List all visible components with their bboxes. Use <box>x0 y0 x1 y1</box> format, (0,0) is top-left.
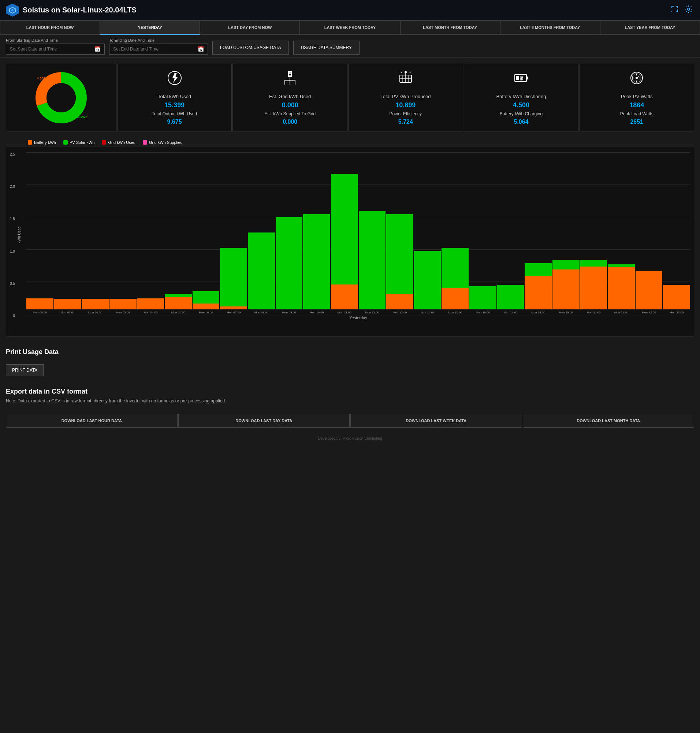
dl-last-month-btn[interactable]: DOWNLOAD LAST MONTH DATA <box>523 414 694 428</box>
end-date-group: To Ending Date And Time 📅 <box>109 38 208 54</box>
bar-stack <box>303 214 330 309</box>
bar-segment-battery <box>441 288 469 309</box>
end-date-wrap: 📅 <box>109 44 208 54</box>
bar-x-label: Mon-10:00 <box>310 311 324 314</box>
svg-line-21 <box>400 72 401 73</box>
start-date-label: From Starting Date And Time <box>6 38 105 43</box>
bar-x-label: Mon-16:00 <box>476 311 490 314</box>
start-date-group: From Starting Date And Time 📅 <box>6 38 105 54</box>
stat-label-grid-kwh: Est. Grid kWh Used <box>269 94 311 99</box>
bar-stack <box>248 233 275 309</box>
chart-x-title: Yesterday <box>26 316 690 320</box>
bar-group: Mon-03:00 <box>109 152 137 314</box>
y-label-0_5: 0.5 <box>10 281 15 286</box>
bar-segment-pv <box>331 174 358 284</box>
tab-last-hour[interactable]: LAST HOUR FROM NOW <box>0 21 100 35</box>
bar-group: Mon-09:00 <box>276 152 303 314</box>
footer-text: Developed by: Micro Fusion Computing <box>318 436 382 440</box>
bar-stack <box>26 299 53 309</box>
bar-segment-pv <box>414 251 441 309</box>
donut-orange-label: 4.500 kWh <box>37 77 53 80</box>
bar-group: Mon-21:00 <box>608 152 635 314</box>
stat-label-peak-load: Peak Load Watts <box>620 111 653 116</box>
bar-segment-battery <box>580 266 607 309</box>
bar-group: Mon-23:00 <box>663 152 690 314</box>
tab-last-year[interactable]: LAST YEAR FROM TODAY <box>600 21 700 35</box>
legend-grid-used-label: Grid kWh Used <box>108 140 135 145</box>
tab-last-day[interactable]: LAST DAY FROM NOW <box>200 21 300 35</box>
bar-segment-battery <box>54 299 81 309</box>
usage-summary-btn[interactable]: USAGE DATA SUMMERY <box>293 41 360 54</box>
legend-grid-supplied: Grid kWh Supplied <box>143 140 183 145</box>
stat-label-pv-produced: Total PV kWh Produced <box>380 94 431 99</box>
y-label-1_0: 1.0 <box>10 249 15 253</box>
svg-rect-25 <box>516 76 519 80</box>
kwh-used-icon <box>166 70 183 89</box>
start-date-input[interactable] <box>10 47 94 52</box>
stat-label-batt-charge: Battery kWh Charging <box>500 111 543 116</box>
bar-group: Mon-22:00 <box>635 152 663 314</box>
bar-group: Mon-16:00 <box>469 152 496 314</box>
bar-stack <box>137 299 165 309</box>
bar-segment-pv <box>580 261 607 266</box>
end-calendar-icon[interactable]: 📅 <box>198 46 204 52</box>
bar-group: Mon-02:00 <box>82 152 109 314</box>
stat-value-output-kwh: 9.675 <box>167 119 182 125</box>
bar-group: Mon-10:00 <box>303 152 330 314</box>
end-date-input[interactable] <box>113 47 198 52</box>
bar-stack <box>331 174 358 309</box>
bar-x-label: Mon-19:00 <box>559 311 573 314</box>
dl-last-week-btn[interactable]: DOWNLOAD LAST WEEK DATA <box>350 414 522 428</box>
y-axis-label: kWh Used <box>17 226 21 243</box>
bar-segment-battery <box>386 294 413 309</box>
bar-segment-pv <box>220 248 247 306</box>
legend-battery: Battery kWh <box>28 140 56 145</box>
stat-card-kwh-used: Total kWh Used 15.399 Total Output kWh U… <box>117 64 232 131</box>
y-label-2_5: 2.5 <box>10 152 15 156</box>
export-note: Note: Data exported to CSV is in raw for… <box>6 398 694 403</box>
bar-segment-battery <box>608 267 635 309</box>
bar-stack <box>193 291 220 309</box>
bar-group: Mon-00:00 <box>26 152 53 314</box>
print-title: Print Usage Data <box>6 348 694 356</box>
app-title: Solstus on Solar-Linux-20.04LTS <box>23 6 137 14</box>
donut-chart-card: 4.500 kWh 10.899 kWh <box>6 64 116 131</box>
dl-last-day-btn[interactable]: DOWNLOAD LAST DAY DATA <box>178 414 350 428</box>
bar-segment-battery <box>525 276 552 309</box>
tab-yesterday[interactable]: YESTERDAY <box>100 21 200 35</box>
bar-group: Mon-11:00 <box>331 152 358 314</box>
svg-point-5 <box>47 83 76 112</box>
bar-stack <box>635 271 663 309</box>
bar-stack <box>414 251 441 309</box>
bar-segment-battery <box>635 271 663 309</box>
bar-group: Mon-13:00 <box>386 152 413 314</box>
bar-x-label: Mon-00:00 <box>33 311 47 314</box>
bar-segment-pv <box>248 233 275 309</box>
tab-last-week[interactable]: LAST WEEK FROM TODAY <box>300 21 400 35</box>
dl-last-hour-btn[interactable]: DOWNLOAD LAST HOUR DATA <box>6 414 178 428</box>
bar-x-label: Mon-09:00 <box>282 311 296 314</box>
print-section: Print Usage Data PRINT DATA <box>0 342 700 382</box>
tab-last-month[interactable]: LAST MONTH FROM TODAY <box>400 21 500 35</box>
print-btn[interactable]: PRINT DATA <box>6 364 44 376</box>
export-section: Export data in CSV format Note: Data exp… <box>0 382 700 414</box>
y-label-0: 0 <box>13 314 15 318</box>
pv-icon <box>398 70 414 89</box>
settings-icon[interactable] <box>683 4 694 16</box>
stat-label-grid-supply: Est. kWh Supplied To Grid <box>264 111 316 116</box>
expand-icon[interactable] <box>669 4 680 16</box>
start-calendar-icon[interactable]: 📅 <box>94 46 101 52</box>
bar-x-label: Mon-11:00 <box>338 311 351 314</box>
bar-segment-battery <box>165 297 192 309</box>
bar-x-label: Mon-14:00 <box>420 311 434 314</box>
stat-label-peak-pv: Peak PV Watts <box>621 94 653 99</box>
bar-segment-pv <box>359 211 386 309</box>
stats-row: 4.500 kWh 10.899 kWh Total kWh Used 15.3… <box>0 58 700 137</box>
load-custom-btn[interactable]: LOAD CUSTOM USAGE DATA <box>212 41 289 54</box>
bar-stack <box>663 285 690 309</box>
svg-line-22 <box>410 72 411 73</box>
bar-stack <box>220 248 247 309</box>
donut-green-label: 10.899 kWh <box>69 115 87 119</box>
tab-last-6months[interactable]: LAST 6 MONTHS FROM TODAY <box>500 21 600 35</box>
bar-group: Mon-14:00 <box>414 152 441 314</box>
